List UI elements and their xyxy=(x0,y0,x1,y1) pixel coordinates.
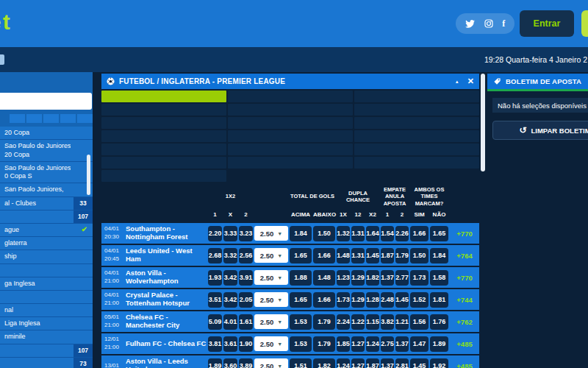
odd-dc-1x[interactable]: 1.48 xyxy=(337,248,350,263)
league-list-item[interactable]: nal ✔ xyxy=(0,304,93,317)
league-list-item[interactable]: nminile ✔ xyxy=(0,330,93,344)
odd-away[interactable]: 3.89 xyxy=(239,358,253,368)
market-tab[interactable] xyxy=(101,157,226,169)
match-info[interactable]: 04/01 20:45 Leeds United - West Ham xyxy=(101,247,207,263)
odd-btts-no[interactable]: 1.92 xyxy=(430,358,448,368)
more-markets-link[interactable]: +485 xyxy=(450,362,479,368)
odd-home[interactable]: 5.09 xyxy=(208,314,222,330)
odd-dc-12[interactable]: 1.22 xyxy=(351,314,365,330)
league-list-item[interactable]: Liga Inglesa ✔ xyxy=(0,317,93,330)
odd-dc-x2[interactable]: 1.64 xyxy=(366,226,379,241)
odd-dc-1x[interactable]: 1.24 xyxy=(337,358,350,368)
market-tab[interactable] xyxy=(354,157,479,169)
league-list-item[interactable]: ship ✔ xyxy=(0,250,93,263)
odd-dc-12[interactable]: 1.27 xyxy=(351,336,365,352)
sidebar-scrollbar-thumb[interactable] xyxy=(87,155,90,195)
odd-dnb-2[interactable]: 2.26 xyxy=(395,226,409,241)
odd-home[interactable]: 2.68 xyxy=(208,248,222,263)
odd-btts-yes[interactable]: 1.66 xyxy=(410,226,429,241)
odd-dnb-2[interactable]: 2.77 xyxy=(395,270,409,286)
odd-dnb-2[interactable]: 2.81 xyxy=(395,358,409,368)
odd-over[interactable]: 1.53 xyxy=(290,336,312,352)
odd-away[interactable]: 2.56 xyxy=(239,248,253,263)
goals-line-select[interactable]: 2.50 ▼ xyxy=(254,226,288,241)
odd-draw[interactable]: 3.60 xyxy=(223,358,237,368)
day-tab[interactable] xyxy=(26,114,42,123)
main-scrollbar-thumb[interactable] xyxy=(481,74,485,171)
odd-over[interactable]: 1.53 xyxy=(290,314,312,330)
market-tab[interactable] xyxy=(228,144,353,155)
market-tab[interactable] xyxy=(101,117,226,129)
odd-dc-1x[interactable]: 2.24 xyxy=(337,314,350,330)
odd-btts-yes[interactable]: 1.45 xyxy=(410,358,429,368)
facebook-icon[interactable]: f xyxy=(502,18,505,29)
odd-draw[interactable]: 4.01 xyxy=(223,314,237,330)
market-tab[interactable] xyxy=(354,117,479,129)
league-list-item[interactable]: al - Clubes 33 ✔ xyxy=(0,197,93,210)
more-markets-link[interactable]: +744 xyxy=(450,296,479,304)
match-info[interactable]: 04/01 21:00 Aston Villa - Wolverhampton xyxy=(101,269,207,286)
market-tab[interactable] xyxy=(354,130,479,142)
odd-away[interactable]: 1.90 xyxy=(239,336,253,352)
goals-line-select[interactable]: 2.50 ▼ xyxy=(254,248,288,263)
match-info[interactable]: 04/01 20:30 Southampton - Nottingham For… xyxy=(101,225,207,241)
match-info[interactable]: 13/01 Aston Villa - Leeds United xyxy=(101,358,207,368)
day-tab[interactable] xyxy=(10,114,25,123)
league-list-item[interactable]: 73 ✔ xyxy=(0,358,93,368)
odd-away[interactable]: 1.61 xyxy=(239,314,253,330)
login-button[interactable]: Entrar xyxy=(520,10,574,37)
odd-dnb-2[interactable]: 1.79 xyxy=(395,248,409,263)
close-icon[interactable]: ✕ xyxy=(467,77,474,85)
odd-under[interactable]: 1.79 xyxy=(313,336,335,352)
odd-dnb-1[interactable]: 1.87 xyxy=(381,248,394,263)
goals-line-select[interactable]: 2.50 ▼ xyxy=(254,358,288,368)
odd-btts-yes[interactable]: 1.50 xyxy=(410,248,429,263)
collapse-icon[interactable]: ▲ xyxy=(455,79,459,84)
register-button[interactable] xyxy=(581,10,588,37)
odd-over[interactable]: 1.84 xyxy=(290,226,312,241)
goals-line-select[interactable]: 2.50 ▼ xyxy=(254,314,288,329)
market-tab[interactable] xyxy=(228,130,353,142)
odd-under[interactable]: 1.66 xyxy=(313,248,335,263)
league-list-item[interactable]: ✔ xyxy=(0,264,93,277)
odd-dnb-1[interactable]: 1.37 xyxy=(381,358,394,368)
odd-btts-no[interactable]: 1.89 xyxy=(430,336,448,352)
odd-dnb-1[interactable]: 2.75 xyxy=(381,336,394,352)
search-input[interactable] xyxy=(0,97,93,105)
more-markets-link[interactable]: +762 xyxy=(450,318,479,326)
league-list-item[interactable]: 20 Copa ✔ xyxy=(0,127,93,140)
league-list-item[interactable]: San Paolo Juniores, ✔ xyxy=(0,183,93,197)
odd-away[interactable]: 2.05 xyxy=(239,292,253,308)
odd-btts-no[interactable]: 1.76 xyxy=(430,314,448,330)
day-tab[interactable] xyxy=(60,114,76,123)
market-tab[interactable] xyxy=(354,144,479,155)
market-tab[interactable] xyxy=(101,104,226,116)
market-tab[interactable] xyxy=(228,91,353,102)
match-info[interactable]: 04/01 21:00 Crystal Palace - Tottenham H… xyxy=(101,291,207,308)
clear-bet-slip-button[interactable]: ↺ LIMPAR BOLETIM xyxy=(492,121,588,140)
odd-btts-yes[interactable]: 1.73 xyxy=(410,270,429,286)
odd-away[interactable]: 3.91 xyxy=(239,270,253,286)
day-tab[interactable] xyxy=(43,114,59,123)
odd-dc-1x[interactable]: 1.85 xyxy=(337,336,350,352)
odd-dnb-1[interactable]: 3.82 xyxy=(381,314,394,330)
odd-btts-yes[interactable]: 1.56 xyxy=(410,314,429,330)
odd-dc-x2[interactable]: 1.82 xyxy=(366,270,379,286)
league-list-item[interactable]: 107 ✔ xyxy=(0,210,93,224)
odd-home[interactable]: 1.93 xyxy=(208,270,222,286)
market-tab[interactable] xyxy=(354,91,479,102)
odd-dc-1x[interactable]: 1.23 xyxy=(337,270,350,286)
market-tab[interactable] xyxy=(101,144,226,155)
odd-over[interactable]: 1.51 xyxy=(290,358,312,368)
market-tab[interactable] xyxy=(101,91,226,102)
odd-dc-x2[interactable]: 1.15 xyxy=(366,314,379,330)
goals-line-select[interactable]: 2.50 ▼ xyxy=(254,336,288,351)
odd-btts-no[interactable]: 1.58 xyxy=(430,270,448,286)
site-logo[interactable]: et xyxy=(0,10,12,35)
instagram-icon[interactable] xyxy=(484,19,493,28)
goals-line-select[interactable]: 2.50 ▼ xyxy=(254,270,288,285)
odd-dc-x2[interactable]: 1.45 xyxy=(366,248,379,263)
league-list-item[interactable]: Sao Paulo de Juniores, 0 Copa S ✔ xyxy=(0,162,93,184)
odd-home[interactable]: 3.51 xyxy=(208,292,222,308)
market-tab[interactable] xyxy=(228,117,353,129)
